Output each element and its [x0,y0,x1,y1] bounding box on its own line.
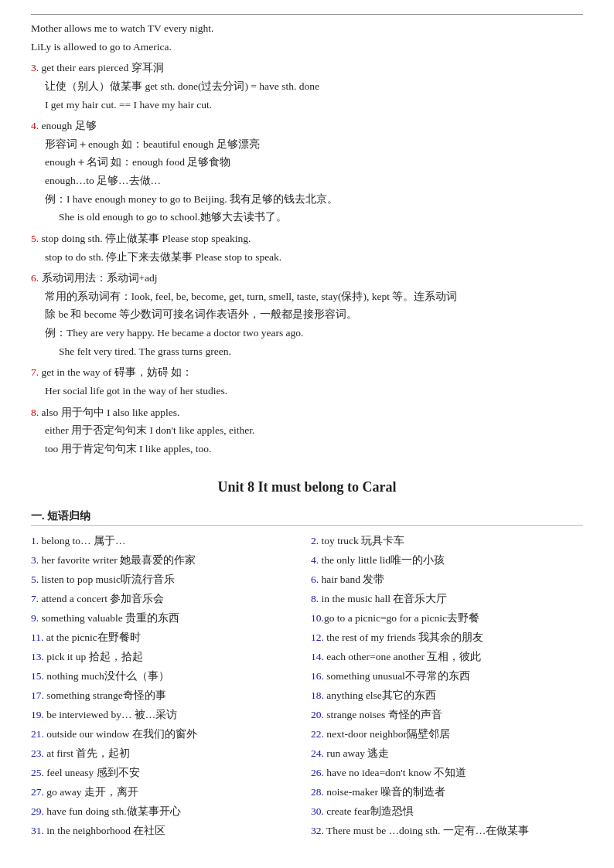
item-5-sub1: stop to do sth. 停止下来去做某事 Please stop to … [31,248,583,267]
phrase-24: 24. run away 逃走 [311,744,583,764]
phrase-20: 20. strange noises 奇怪的声音 [311,706,583,725]
top-sentences: Mother allows me to watch TV every night… [31,19,583,56]
section1: 一. 短语归纳 1. belong to… 属于… 2. toy truck 玩… [31,509,583,841]
item-3: 3. get their ears pierced 穿耳洞 让使（别人）做某事 … [31,59,583,114]
item-3-sub1: 让使（别人）做某事 get sth. done(过去分词) = have sth… [31,77,583,96]
item-4-example1: 例：I have enough money to go to Beijing. … [31,190,583,209]
phrase-4: 4. the only little lid唯一的小孩 [311,551,583,570]
item-7-sub1: Her social life got in the way of her st… [31,382,583,400]
item-8: 8. also 用于句中 I also like apples. either … [31,403,583,458]
phrase-6: 6. hair band 发带 [311,570,583,590]
item-6-sub1: 常用的系动词有：look, feel, be, become, get, tur… [31,288,583,306]
phrase-8: 8. in the music hall 在音乐大厅 [311,590,583,609]
item-3-title: 3. get their ears pierced 穿耳洞 [31,59,583,77]
phrase-19: 19. be interviewed by… 被…采访 [31,706,303,725]
phrase-27: 27. go away 走开，离开 [31,783,303,802]
phrase-10: 10.go to a picnic=go for a picnic去野餐 [311,609,583,628]
top-line-2: LiLy is allowed to go to America. [31,38,583,56]
phrase-13: 13. pick it up 拾起，拾起 [31,648,303,667]
item-7-title: 7. get in the way of 碍事，妨碍 如： [31,363,583,382]
phrase-21: 21. outside our window 在我们的窗外 [31,725,303,744]
phrase-5: 5. listen to pop music听流行音乐 [31,570,303,590]
item-4-sub2: enough＋名词 如：enough food 足够食物 [31,153,583,172]
top-divider [31,14,583,15]
item-6: 6. 系动词用法：系动词+adj 常用的系动词有：look, feel, be,… [31,269,583,360]
item-5: 5. stop doing sth. 停止做某事 Please stop spe… [31,230,583,266]
phrase-15: 15. nothing much没什么（事） [31,667,303,686]
phrase-18: 18. anything else其它的东西 [311,686,583,706]
phrase-17: 17. something strange奇怪的事 [31,686,303,706]
item-6-title: 6. 系动词用法：系动词+adj [31,269,583,288]
item-6-example1: 例：They are very happy. He became a docto… [31,324,583,342]
phrases-grid: 1. belong to… 属于… 2. toy truck 玩具卡车 3. h… [31,532,583,841]
phrase-23: 23. at first 首先，起初 [31,744,303,764]
item-6-example2: She felt very tired. The grass turns gre… [31,342,583,361]
phrase-26: 26. have no idea=don't know 不知道 [311,764,583,783]
item-5-title: 5. stop doing sth. 停止做某事 Please stop spe… [31,230,583,248]
phrase-12: 12. the rest of my friends 我其余的朋友 [311,628,583,648]
item-7: 7. get in the way of 碍事，妨碍 如： Her social… [31,363,583,400]
phrase-9: 9. something valuable 贵重的东西 [31,609,303,628]
item-6-sub2: 除 be 和 become 等少数词可接名词作表语外，一般都是接形容词。 [31,305,583,324]
phrase-31: 31. in the neighborhood 在社区 [31,822,303,841]
item-8-title: 8. also 用于句中 I also like apples. [31,403,583,422]
top-line-1: Mother allows me to watch TV every night… [31,19,583,38]
item-4: 4. enough 足够 形容词＋enough 如：beautiful enou… [31,117,583,226]
phrase-29: 29. have fun doing sth.做某事开心 [31,802,303,822]
phrase-22: 22. next-door neighbor隔壁邻居 [311,725,583,744]
phrase-7: 7. attend a concert 参加音乐会 [31,590,303,609]
phrase-28: 28. noise-maker 噪音的制造者 [311,783,583,802]
unit-title: Unit 8 It must belong to Caral [31,479,583,495]
phrase-32: 32. There must be …doing sth. 一定有…在做某事 [311,822,583,841]
grammar-items: 3. get their ears pierced 穿耳洞 让使（别人）做某事 … [31,59,583,458]
item-3-sub2: I get my hair cut. == I have my hair cut… [31,96,583,114]
phrase-14: 14. each other=one another 互相，彼此 [311,648,583,667]
item-4-example2: She is old enough to go to school.她够大去读书… [31,208,583,226]
phrase-2: 2. toy truck 玩具卡车 [311,532,583,551]
item-8-sub2: too 用于肯定句句末 I like apples, too. [31,440,583,458]
phrase-16: 16. something unusual不寻常的东西 [311,667,583,686]
item-4-sub1: 形容词＋enough 如：beautiful enough 足够漂亮 [31,135,583,154]
phrase-30: 30. create fear制造恐惧 [311,802,583,822]
phrase-11: 11. at the picnic在野餐时 [31,628,303,648]
item-4-sub3: enough…to 足够…去做… [31,172,583,190]
item-4-title: 4. enough 足够 [31,117,583,135]
phrase-1: 1. belong to… 属于… [31,532,303,551]
phrase-3: 3. her favorite writer 她最喜爱的作家 [31,551,303,570]
phrase-25: 25. feel uneasy 感到不安 [31,764,303,783]
section1-header: 一. 短语归纳 [31,509,583,526]
item-8-sub1: either 用于否定句句末 I don't like apples, eith… [31,421,583,440]
